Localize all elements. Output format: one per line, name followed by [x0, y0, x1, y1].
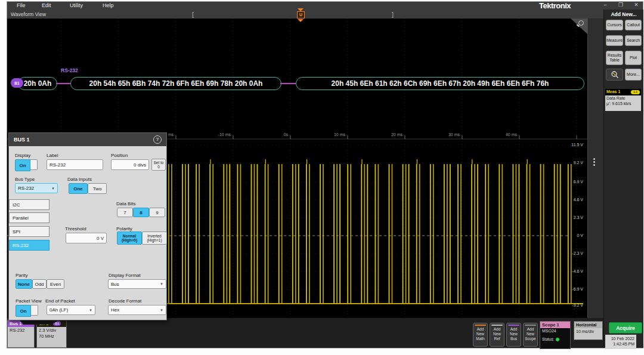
math-color-line [475, 325, 486, 326]
right-sidebar: Add New... Cursors Callout Measure Searc… [603, 10, 643, 348]
voltage-label: -9.2 V [561, 303, 583, 307]
parity-none-button[interactable]: None [16, 279, 32, 289]
voltage-label: 2.3 V [561, 215, 583, 220]
display-toggle[interactable]: On [15, 159, 38, 171]
polarity-normal-button[interactable]: Normal (High=0) [117, 231, 142, 245]
threshold-field[interactable]: 0 V [66, 233, 107, 243]
bus1-config-dialog: BUS 1 ? Display Label Position On RS-232… [8, 132, 167, 320]
threshold-label: Threshold [65, 226, 86, 231]
overview-bracket-left: [ [192, 11, 194, 18]
voltage-label: -6.9 V [561, 287, 583, 291]
status-ok-dot [556, 338, 559, 341]
bus-type-value: RS-232 [18, 186, 34, 191]
add-results-table-button[interactable]: Results Table [606, 51, 623, 65]
menu-edit[interactable]: Edit [42, 2, 51, 8]
label-line: New [473, 332, 487, 337]
menu-help[interactable]: Help [103, 2, 114, 8]
meas1-body: Data Rate µ': 9.615 kb/s [605, 95, 641, 111]
end-of-packet-dropdown[interactable]: 0Ah (LF) ▼ [47, 305, 95, 315]
drag-handle[interactable] [593, 157, 595, 167]
add-search-button[interactable]: Search [625, 35, 642, 46]
display-format-dropdown[interactable]: Bus ▼ [108, 279, 166, 289]
data-inputs-two-button[interactable]: Two [88, 183, 107, 194]
polarity-inverted-button[interactable]: Inverted (High=1) [142, 231, 167, 245]
add-new-ref-button[interactable]: Add New Ref [490, 323, 504, 347]
overview-bracket-right: ] [392, 11, 394, 18]
tab-bar: Waveform View [ ] [7, 10, 603, 19]
data-bits-8-button[interactable]: 8 [133, 208, 149, 217]
close-icon[interactable]: ✕ [631, 2, 641, 8]
scope1-title: Scope 1 [540, 322, 570, 328]
end-of-packet-label: End of Packet [45, 298, 75, 304]
label-line: Add [507, 327, 521, 332]
add-new-math-button[interactable]: Add New Math [473, 323, 488, 347]
label-line: Add [524, 327, 537, 332]
dialog-title: BUS 1 [9, 137, 30, 143]
tab-waveform-view[interactable]: Waveform View [11, 11, 46, 17]
parity-odd-button[interactable]: Odd [32, 279, 47, 289]
bus-type-option-rs232[interactable]: RS-232 [9, 240, 49, 251]
add-measure-button[interactable]: Measure [606, 35, 623, 46]
add-new-scope-button[interactable]: Add New Scope [523, 323, 538, 347]
position-label: Position [111, 153, 128, 158]
bus-type-option-spi[interactable]: SPI [9, 226, 49, 237]
position-field[interactable]: 0 divs [111, 159, 149, 170]
data-bits-7-button[interactable]: 7 [117, 208, 133, 217]
screenshot-stage: File Edit Utility Help Tektronix – ❐ ✕ W… [0, 0, 644, 355]
voltage-label: -2.3 V [561, 251, 583, 255]
scope1-badge[interactable]: Scope 1 MSO24 Status: [540, 321, 571, 349]
add-plot-button[interactable]: Plot [625, 51, 642, 65]
meas1-name: Data Rate [606, 96, 640, 101]
more-button[interactable]: More... [625, 69, 642, 81]
toggle-knob [30, 159, 38, 170]
label-line: Scope [524, 337, 537, 341]
trigger-marker[interactable]: U [297, 8, 305, 22]
search-wave-icon [611, 70, 619, 79]
meas1-badge[interactable]: Meas 1 1-1 Data Rate µ': 9.615 kb/s [605, 89, 641, 111]
label-line: Add [490, 327, 504, 332]
parity-even-button[interactable]: Even [47, 279, 64, 289]
label-line: Add [473, 327, 487, 332]
restore-icon[interactable]: ❐ [616, 2, 626, 8]
menu-utility[interactable]: Utility [70, 2, 83, 8]
add-callout-button[interactable]: Callout [625, 20, 642, 30]
label-label: Label [47, 153, 58, 158]
label-line: New [524, 332, 537, 337]
parity-label: Parity [16, 273, 27, 278]
voltage-label: 4.6 V [561, 197, 583, 202]
minimize-icon[interactable]: – [600, 2, 610, 8]
bus-packet: 20h 45h 6Eh 61h 62h 6Ch 69h 6Eh 67h 20h … [296, 77, 584, 90]
dialog-title-bar[interactable]: BUS 1 ? [9, 133, 166, 146]
decode-format-dropdown[interactable]: Hex ▼ [108, 305, 166, 315]
data-bits-label: Data Bits [116, 201, 135, 206]
packet-view-toggle[interactable]: On [16, 305, 38, 317]
decode-format-label: Decode Format [109, 298, 141, 304]
search-zoom-button[interactable] [606, 69, 623, 81]
data-bits-9-button[interactable]: 9 [149, 208, 165, 217]
data-inputs-label: Data Inputs [67, 177, 92, 182]
label-field[interactable]: RS-232 [47, 159, 103, 170]
add-cursors-button[interactable]: Cursors [606, 20, 623, 30]
bus1-badge-sub: RS-232 [8, 327, 34, 348]
trigger-source-icon: U [297, 11, 305, 18]
magnifier-icon [578, 20, 584, 26]
bus-connector [280, 83, 296, 84]
label-line: New [490, 332, 504, 337]
bus-source-badge: B1 [11, 78, 23, 88]
display-label: Display [15, 153, 30, 158]
display-format-label: Display Format [109, 273, 141, 278]
menu-file[interactable]: File [17, 2, 26, 8]
bus-type-option-i2c[interactable]: I2C [9, 199, 49, 210]
ch1-badge-body: 2.3 V/div 70 MHz [37, 327, 66, 348]
set-to-zero-button[interactable]: Set to 0 [151, 159, 166, 171]
horizontal-badge[interactable]: Horizontal 10 ms/div [574, 321, 603, 340]
acquire-button[interactable]: Acquire [609, 322, 642, 334]
data-inputs-one-button[interactable]: One [69, 183, 88, 194]
add-new-bus-button[interactable]: Add New Bus [506, 323, 521, 347]
help-icon[interactable]: ? [153, 135, 162, 144]
toggle-on-label: On [16, 305, 31, 317]
voltage-label: 0 V [561, 233, 583, 237]
scope1-model: MSO24 [540, 328, 570, 334]
bus-type-option-parallel[interactable]: Parallel [9, 212, 49, 223]
bus-type-dropdown[interactable]: RS-232 ▼ [15, 183, 58, 193]
